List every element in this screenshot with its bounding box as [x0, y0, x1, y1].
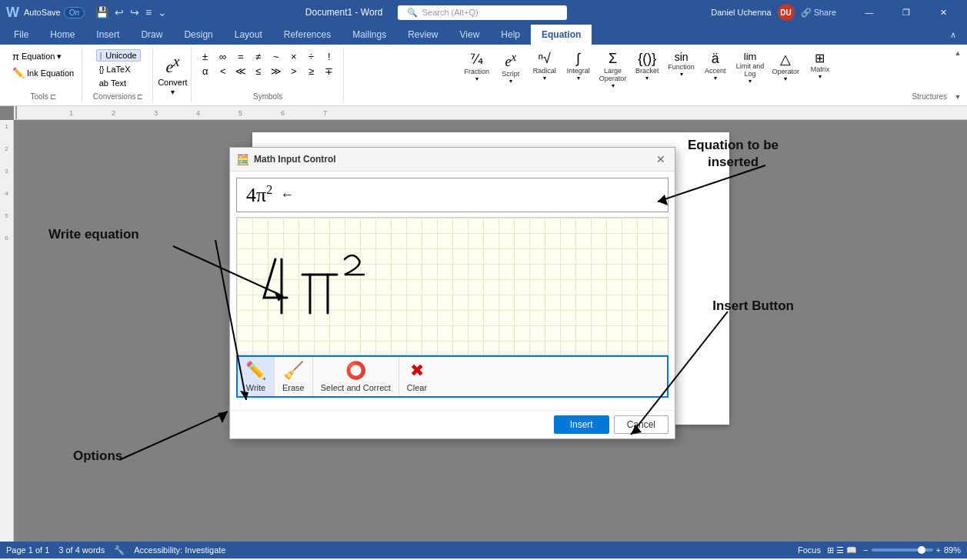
latex-button[interactable]: {} LaTeX — [96, 63, 134, 75]
zoom-out-button[interactable]: − — [863, 545, 868, 555]
fraction-expand[interactable]: ▾ — [475, 75, 478, 82]
accent-icon: ä — [712, 51, 719, 67]
customize-icon[interactable]: ⌄ — [158, 6, 167, 18]
ruler-left-margin — [15, 106, 46, 119]
bracket-expand[interactable]: ▾ — [645, 75, 649, 82]
large-op-button[interactable]: Σ LargeOperator ▾ — [597, 49, 629, 91]
radical-icon: ⁿ√ — [539, 51, 551, 67]
sym-le[interactable]: ≤ — [251, 64, 266, 78]
zoom-slider[interactable] — [872, 548, 933, 552]
tab-references[interactable]: References — [273, 25, 342, 45]
sym-gt[interactable]: > — [286, 64, 302, 78]
dialog-close-button[interactable]: ✕ — [653, 152, 669, 167]
share-button[interactable]: 🔗 Share — [801, 8, 836, 18]
function-expand[interactable]: ▾ — [680, 71, 683, 78]
user-name: Daniel Uchenna — [711, 8, 771, 17]
sym-excl[interactable]: ! — [322, 49, 337, 63]
ribbon-scrollbar[interactable]: ▲ ▼ — [953, 48, 962, 102]
operator-label: Operator — [772, 68, 799, 75]
sym-ge[interactable]: ≥ — [304, 64, 319, 78]
erase-tool-button[interactable]: 🧹 Erase — [275, 357, 313, 396]
clear-tool-button[interactable]: ✖ Clear — [399, 357, 435, 396]
sym-gg[interactable]: ≫ — [268, 64, 284, 78]
sym-eq[interactable]: = — [233, 49, 248, 63]
tab-help[interactable]: Help — [490, 25, 531, 45]
limit-log-button[interactable]: lim Limit andLog ▾ — [734, 49, 767, 86]
minimize-button[interactable]: — — [852, 0, 887, 25]
sym-neq[interactable]: ≠ — [251, 49, 266, 63]
tab-review[interactable]: Review — [397, 25, 448, 45]
autosave-toggle[interactable]: On — [64, 7, 85, 18]
tab-file[interactable]: File — [3, 25, 39, 45]
search-bar[interactable]: 🔍 Search (Alt+Q) — [398, 5, 567, 20]
function-button[interactable]: sin Function ▾ — [665, 49, 697, 79]
tab-insert[interactable]: Insert — [85, 25, 130, 45]
drawing-area[interactable] — [236, 217, 669, 355]
tab-view[interactable]: View — [449, 25, 491, 45]
large-op-label: LargeOperator — [599, 67, 627, 82]
sym-tilde[interactable]: ~ — [268, 49, 284, 63]
operator-button[interactable]: △ Operator ▾ — [769, 49, 802, 84]
redo-icon[interactable]: ↪ — [130, 6, 139, 18]
dialog-icon: 🧮 — [236, 153, 249, 165]
scroll-down[interactable]: ▼ — [955, 93, 962, 101]
sym-inf[interactable]: ∞ — [215, 49, 231, 63]
tab-layout[interactable]: Layout — [224, 25, 273, 45]
scroll-up[interactable]: ▲ — [955, 49, 962, 57]
accent-expand[interactable]: ▾ — [714, 75, 717, 82]
tab-draw[interactable]: Draw — [130, 25, 173, 45]
conversions-expand[interactable]: ⊏ — [137, 93, 143, 101]
select-correct-tool-button[interactable]: ⭕ Select and Correct — [313, 357, 399, 396]
sym-lt[interactable]: < — [215, 64, 231, 78]
equation-button[interactable]: π Equation ▾ — [9, 49, 65, 64]
restore-button[interactable]: ❐ — [889, 0, 924, 25]
tab-design[interactable]: Design — [173, 25, 223, 45]
sym-times[interactable]: × — [286, 49, 302, 63]
undo-icon[interactable]: ↩ — [115, 6, 124, 18]
focus-button[interactable]: Focus — [798, 545, 821, 555]
more-commands-icon[interactable]: ≡ — [145, 6, 152, 18]
radical-button[interactable]: ⁿ√ Radical ▾ — [529, 49, 560, 83]
script-expand[interactable]: ▾ — [509, 78, 512, 85]
large-op-expand[interactable]: ▾ — [612, 82, 615, 89]
operator-icon: △ — [780, 51, 791, 68]
matrix-expand[interactable]: ▾ — [819, 73, 822, 80]
operator-expand[interactable]: ▾ — [784, 75, 787, 82]
matrix-button[interactable]: ⊞ Matrix ▾ — [805, 49, 835, 82]
convert-button[interactable]: Convert▾ — [158, 78, 188, 96]
math-input-dialog: 🧮 Math Input Control ✕ 4π2 ← — [229, 147, 675, 439]
ink-equation-button[interactable]: ✏️ Ink Equation — [9, 65, 77, 80]
sym-div[interactable]: ÷ — [304, 49, 319, 63]
sym-ll[interactable]: ≪ — [233, 64, 248, 78]
sym-alpha[interactable]: α — [198, 64, 213, 78]
insert-button[interactable]: Insert — [554, 415, 609, 434]
save-icon[interactable]: 💾 — [95, 6, 108, 18]
zoom-thumb[interactable] — [918, 546, 925, 554]
accent-button[interactable]: ä Accent ▾ — [700, 49, 731, 83]
integral-button[interactable]: ∫ Integral ▾ — [563, 49, 594, 83]
tools-expand[interactable]: ⊏ — [50, 92, 56, 101]
sym-mp[interactable]: ∓ — [322, 64, 337, 78]
close-button[interactable]: ✕ — [925, 0, 961, 25]
radical-expand[interactable]: ▾ — [543, 75, 546, 82]
zoom-in-button[interactable]: + — [936, 545, 941, 555]
user-avatar[interactable]: DU — [778, 4, 795, 21]
limit-log-expand[interactable]: ▾ — [749, 78, 752, 85]
tab-mailings[interactable]: Mailings — [342, 25, 397, 45]
tab-home[interactable]: Home — [39, 25, 85, 45]
accessibility-status[interactable]: Accessibility: Investigate — [134, 545, 225, 555]
tab-equation[interactable]: Equation — [531, 25, 592, 45]
text-button[interactable]: ab Text — [96, 77, 129, 89]
script-button[interactable]: ex Script ▾ — [495, 49, 526, 86]
dialog-title-text: Math Input Control — [254, 154, 336, 165]
collapse-ribbon[interactable]: ∧ — [939, 25, 967, 45]
structures-group: ⁷⁄₄ Fraction ▾ ex Script ▾ ⁿ√ Radical ▾ … — [345, 48, 952, 102]
write-tool-button[interactable]: ✏️ Write — [238, 357, 275, 396]
fraction-button[interactable]: ⁷⁄₄ Fraction ▾ — [462, 49, 492, 84]
sym-pm[interactable]: ± — [198, 49, 213, 63]
unicode-button[interactable]: | Unicode — [96, 49, 141, 62]
bracket-button[interactable]: {()} Bracket ▾ — [632, 49, 662, 83]
clear-label: Clear — [407, 383, 427, 392]
cancel-button[interactable]: Cancel — [614, 415, 669, 434]
integral-expand[interactable]: ▾ — [577, 75, 580, 82]
